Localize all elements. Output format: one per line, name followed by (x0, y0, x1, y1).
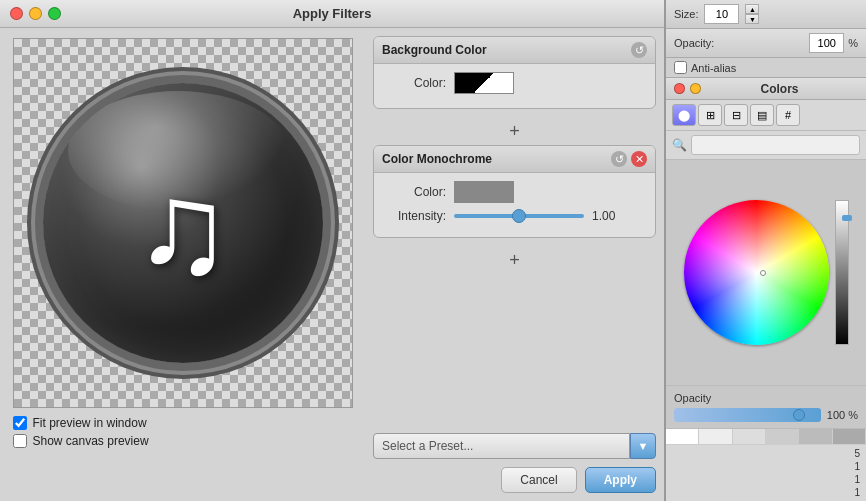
color-monochrome-filter: Color Monochrome ↺ ✕ Color: Intensity: 1… (373, 145, 656, 238)
show-canvas-checkbox[interactable] (13, 434, 27, 448)
colors-titlebar-buttons (674, 83, 701, 94)
color-mode-grid2-button[interactable]: ⊟ (724, 104, 748, 126)
color-wheel[interactable] (684, 200, 829, 345)
dialog-title: Apply Filters (293, 6, 372, 21)
opacity-section: Opacity 100 % (666, 385, 866, 428)
color-monochrome-color-row: Color: (386, 181, 643, 203)
color-strip-gray[interactable] (799, 429, 832, 444)
preview-panel: ♫ Fit preview in window Show canvas prev… (0, 28, 365, 501)
color-strip-medium[interactable] (833, 429, 866, 444)
dialog-body: ♫ Fit preview in window Show canvas prev… (0, 28, 664, 501)
search-input[interactable] (691, 135, 860, 155)
number-4: 1 (854, 487, 860, 498)
color-wheel-dot (760, 270, 766, 276)
color-mode-landscape-button[interactable]: ▤ (750, 104, 774, 126)
add-filter-button-1[interactable]: + (505, 121, 525, 141)
numbers-row-2: 1 (672, 460, 860, 473)
titlebar-buttons (10, 7, 61, 20)
apply-button[interactable]: Apply (585, 467, 656, 493)
antialias-row: Anti-alias (666, 58, 866, 78)
antialias-label: Anti-alias (691, 62, 736, 74)
spacer (373, 274, 656, 433)
number-3: 1 (854, 474, 860, 485)
background-color-icons: ↺ (631, 42, 647, 58)
opacity-slider-thumb (793, 409, 805, 421)
opacity-section-value: 100 % (827, 409, 858, 421)
colors-minimize-button[interactable] (690, 83, 701, 94)
filters-panel: Background Color ↺ Color: + (365, 28, 664, 501)
opacity-row: Opacity: % (666, 29, 866, 58)
preset-row: Select a Preset... ▼ (373, 433, 656, 459)
action-buttons: Cancel Apply (373, 467, 656, 493)
numbers-row-3: 1 (672, 473, 860, 486)
color-strip-lighter[interactable] (733, 429, 766, 444)
add-filter-divider-1: + (373, 117, 656, 145)
number-1: 5 (854, 448, 860, 459)
color-strip-light[interactable] (699, 429, 732, 444)
maximize-button[interactable] (48, 7, 61, 20)
size-label: Size: (674, 8, 698, 20)
opacity-slider[interactable] (674, 408, 821, 422)
intensity-label: Intensity: (386, 209, 446, 223)
opacity-slider-row: 100 % (674, 408, 858, 422)
opacity-pct-label: % (848, 37, 858, 49)
opacity-label: Opacity: (674, 37, 805, 49)
search-icon: 🔍 (672, 138, 687, 152)
color-monochrome-refresh-button[interactable]: ↺ (611, 151, 627, 167)
color-strip-white[interactable] (666, 429, 699, 444)
filters-bottom: Select a Preset... ▼ Cancel Apply (373, 433, 656, 493)
color-mode-hash-button[interactable]: # (776, 104, 800, 126)
number-2: 1 (854, 461, 860, 472)
color-brightness-slider[interactable] (835, 200, 849, 345)
size-input[interactable] (704, 4, 739, 24)
background-color-swatch[interactable] (454, 72, 514, 94)
color-monochrome-title: Color Monochrome (382, 152, 492, 166)
background-color-label: Color: (386, 76, 446, 90)
fit-preview-row: Fit preview in window (13, 416, 353, 430)
main-dialog: Apply Filters ♫ Fit preview in window Sh… (0, 0, 665, 501)
colors-close-button[interactable] (674, 83, 685, 94)
brightness-thumb (842, 215, 852, 221)
background-color-refresh-button[interactable]: ↺ (631, 42, 647, 58)
show-canvas-label: Show canvas preview (33, 434, 149, 448)
right-panel: Size: ▲ ▼ Opacity: % Anti-alias Colors ⬤… (665, 0, 866, 501)
preset-arrow-icon[interactable]: ▼ (630, 433, 656, 459)
color-monochrome-close-button[interactable]: ✕ (631, 151, 647, 167)
color-monochrome-color-label: Color: (386, 185, 446, 199)
numbers-section: 5 1 1 1 (666, 445, 866, 501)
add-filter-button-2[interactable]: + (505, 250, 525, 270)
minimize-button[interactable] (29, 7, 42, 20)
colors-titlebar: Colors (666, 78, 866, 100)
fit-preview-checkbox[interactable] (13, 416, 27, 430)
size-decrement-button[interactable]: ▼ (745, 14, 759, 24)
color-monochrome-header: Color Monochrome ↺ ✕ (374, 146, 655, 173)
color-monochrome-icons: ↺ ✕ (611, 151, 647, 167)
antialias-checkbox[interactable] (674, 61, 687, 74)
intensity-row: Intensity: 1.00 (386, 209, 643, 223)
search-row: 🔍 (666, 131, 866, 160)
color-strips-section (666, 428, 866, 445)
color-monochrome-body: Color: Intensity: 1.00 (374, 173, 655, 237)
background-color-filter: Background Color ↺ Color: (373, 36, 656, 109)
color-monochrome-swatch[interactable] (454, 181, 514, 203)
intensity-slider[interactable] (454, 214, 584, 218)
colors-panel-title: Colors (701, 82, 858, 96)
size-increment-button[interactable]: ▲ (745, 4, 759, 14)
background-color-body: Color: (374, 64, 655, 108)
color-wheel-wrapper (684, 200, 829, 345)
cancel-button[interactable]: Cancel (501, 467, 576, 493)
opacity-input[interactable] (809, 33, 844, 53)
preview-canvas: ♫ (13, 38, 353, 408)
itunes-icon: ♫ (43, 83, 323, 363)
background-color-header: Background Color ↺ (374, 37, 655, 64)
color-mode-grid-button[interactable]: ⊞ (698, 104, 722, 126)
preset-select[interactable]: Select a Preset... (373, 433, 630, 459)
background-color-row: Color: (386, 72, 643, 94)
intensity-value: 1.00 (592, 209, 627, 223)
color-strip-silver[interactable] (766, 429, 799, 444)
dialog-titlebar: Apply Filters (0, 0, 664, 28)
close-button[interactable] (10, 7, 23, 20)
color-wheel-container (666, 160, 866, 385)
numbers-row-4: 1 (672, 486, 860, 499)
color-mode-wheel-button[interactable]: ⬤ (672, 104, 696, 126)
